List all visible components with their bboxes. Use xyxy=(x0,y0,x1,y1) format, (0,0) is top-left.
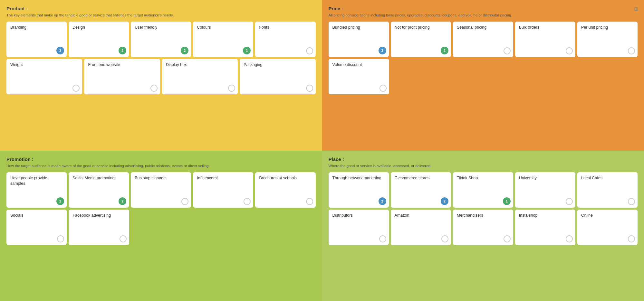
place-bottom-row: DistributorsAmazonMerchandisersInsta sho… xyxy=(329,210,638,245)
card-label: Front end website xyxy=(88,62,156,68)
card-item[interactable]: Fonts xyxy=(255,22,315,57)
card-label: Have people provide samples xyxy=(10,175,63,187)
card-item[interactable]: Social Media promoting2 xyxy=(69,172,129,208)
card-label: University xyxy=(519,175,572,181)
card-label: Amazon xyxy=(395,213,447,219)
card-badge-empty xyxy=(181,198,188,205)
card-item[interactable]: Merchandisers xyxy=(453,210,513,245)
main-grid: Product : The key elements that make up … xyxy=(0,0,644,301)
card-label: Branding xyxy=(10,25,63,31)
card-item[interactable]: Branding3 xyxy=(6,22,67,57)
card-label: E-commerce stores xyxy=(395,175,447,181)
card-item[interactable]: Facebook advertising xyxy=(69,210,129,245)
card-badge: 2 xyxy=(441,47,448,54)
card-item[interactable]: Socials xyxy=(6,210,67,245)
card-badge: 3 xyxy=(56,47,64,54)
card-item[interactable]: Bulk orders xyxy=(515,22,575,57)
card-item[interactable]: User friendly2 xyxy=(131,22,191,57)
card-item[interactable]: Bus stop signage xyxy=(131,172,191,208)
card-label: User friendly xyxy=(135,25,187,31)
card-label: Fonts xyxy=(259,25,312,31)
place-top-row: Through network marketing2E-commerce sto… xyxy=(329,172,638,208)
card-item[interactable]: Display box xyxy=(162,59,238,94)
card-label: Bundled pricing xyxy=(332,25,385,31)
card-badge-empty xyxy=(72,85,80,92)
card-badge-empty xyxy=(504,235,511,242)
card-item[interactable]: Distributors xyxy=(329,210,389,245)
card-badge-empty xyxy=(441,235,448,242)
card-label: Not for profit pricing xyxy=(395,25,447,31)
card-item[interactable]: Bundled pricing3 xyxy=(329,22,389,57)
card-label: Bulk orders xyxy=(519,25,572,31)
card-item[interactable]: Volume discount xyxy=(329,59,389,94)
card-item[interactable]: Weight xyxy=(6,59,82,94)
card-badge: 2 xyxy=(119,197,126,205)
promotion-quadrant: Promotion : How the target audience is m… xyxy=(0,151,322,301)
card-item[interactable]: Seasonal pricing xyxy=(453,22,513,57)
card-item[interactable]: Per unit pricing xyxy=(577,22,638,57)
card-item[interactable]: Local Cafes xyxy=(577,172,638,208)
card-label: Design xyxy=(72,25,125,31)
place-title: Place : xyxy=(329,156,638,162)
card-badge-empty xyxy=(120,235,127,242)
card-item[interactable]: Have people provide samples2 xyxy=(6,172,67,208)
card-item[interactable]: Not for profit pricing2 xyxy=(391,22,451,57)
card-label: Influencers! xyxy=(197,175,249,181)
card-badge-empty xyxy=(628,198,635,205)
card-label: Distributors xyxy=(332,213,385,219)
card-badge: 2 xyxy=(181,47,188,54)
promotion-title: Promotion : xyxy=(6,156,316,162)
card-badge-empty xyxy=(566,235,573,242)
card-badge-empty xyxy=(306,47,313,54)
card-label: Per unit pricing xyxy=(581,25,634,31)
card-item[interactable]: Through network marketing2 xyxy=(329,172,389,208)
card-badge-empty xyxy=(379,235,386,242)
card-label: Merchandisers xyxy=(457,213,509,219)
promotion-top-row: Have people provide samples2Social Media… xyxy=(6,172,316,208)
card-item[interactable]: Insta shop xyxy=(515,210,575,245)
card-item[interactable]: Influencers! xyxy=(193,172,253,208)
card-badge: 2 xyxy=(441,197,448,205)
card-badge: 2 xyxy=(119,47,126,54)
card-badge-empty xyxy=(150,85,158,92)
card-label: Brochures at schools xyxy=(259,175,312,181)
product-title-text: Product xyxy=(6,6,25,11)
card-badge-empty xyxy=(306,198,313,205)
card-label: Socials xyxy=(10,213,63,219)
card-label: Online xyxy=(581,213,634,219)
card-label: Through network marketing xyxy=(332,175,385,181)
card-item[interactable]: Tiktok Shop1 xyxy=(453,172,513,208)
card-badge-empty xyxy=(504,47,511,54)
card-badge: 1 xyxy=(503,197,511,205)
product-bottom-row: WeightFront end websiteDisplay boxPackag… xyxy=(6,59,316,94)
price-bottom-row: Volume discount xyxy=(329,59,389,94)
card-badge-empty xyxy=(228,85,235,92)
card-badge-empty xyxy=(57,235,64,242)
card-badge-empty xyxy=(566,47,573,54)
card-item[interactable]: Amazon xyxy=(391,210,451,245)
card-item[interactable]: Online xyxy=(577,210,638,245)
card-label: Packaging xyxy=(244,62,312,68)
price-quadrant: Price : All pricing considerations inclu… xyxy=(322,0,644,151)
card-label: Insta shop xyxy=(519,213,572,219)
card-item[interactable]: Packaging xyxy=(240,59,315,94)
place-title-text: Place xyxy=(329,156,341,162)
card-item[interactable]: Design2 xyxy=(69,22,129,57)
product-top-row: Branding3Design2User friendly2Colours1Fo… xyxy=(6,22,316,57)
price-desc: All pricing considerations including bas… xyxy=(329,13,554,18)
card-label: Display box xyxy=(166,62,234,68)
card-label: Volume discount xyxy=(332,62,386,68)
card-label: Weight xyxy=(10,62,78,68)
card-item[interactable]: Front end website xyxy=(84,59,160,94)
card-badge-empty xyxy=(244,198,251,205)
promotion-desc: How the target audience is made aware of… xyxy=(6,163,232,168)
card-label: Tiktok Shop xyxy=(457,175,509,181)
product-quadrant: Product : The key elements that make up … xyxy=(0,0,322,151)
card-item[interactable]: University xyxy=(515,172,575,208)
place-desc: Where the good or service is available, … xyxy=(329,163,554,168)
card-item[interactable]: Brochures at schools xyxy=(255,172,315,208)
card-item[interactable]: E-commerce stores2 xyxy=(391,172,451,208)
card-item[interactable]: Colours1 xyxy=(193,22,253,57)
card-badge-empty xyxy=(566,198,573,205)
filter-icon[interactable]: ⊞ xyxy=(634,6,638,12)
